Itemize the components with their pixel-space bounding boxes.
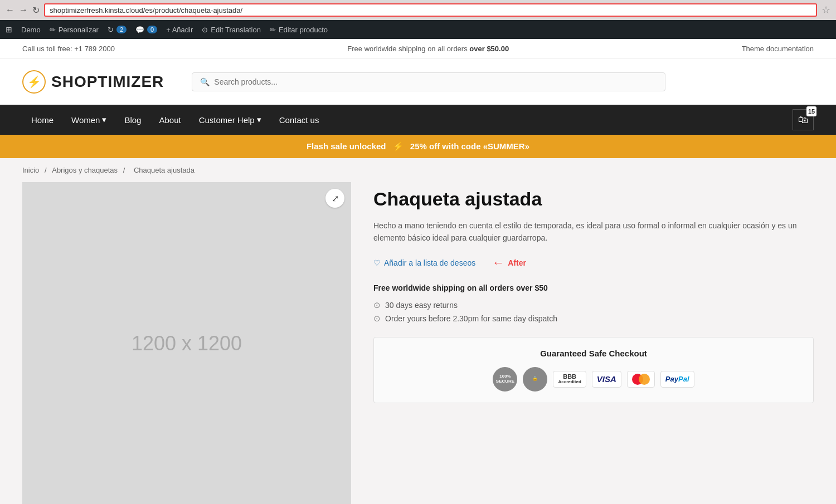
product-container: 1200 x 1200 ⤢ Chaqueta ajustada Hecho a … [0,182,836,504]
browser-nav-icons: ← → ↻ [6,5,40,16]
admin-edit-product[interactable]: ✏ Editar producto [270,26,328,34]
chevron-down-icon: ▾ [257,115,261,125]
seal-lock-badge: 🔒 [523,367,547,392]
logo-icon: ⚡ [22,70,46,94]
mastercard-payment-icon [627,371,655,388]
cart-icon[interactable]: 🛍 15 [793,109,814,130]
browser-url-bar: ← → ↻ ☆ [0,0,836,20]
expand-icon: ⤢ [332,193,339,204]
admin-demo-label: Demo [21,26,41,34]
svg-point-1 [639,374,650,385]
shipping-amount: over $50.00 [469,45,509,53]
admin-personalizar-label: Personalizar [59,26,99,34]
logo[interactable]: ⚡ SHOPTIMIZER [22,70,164,94]
paypal-payment-icon: PayPal [660,371,694,388]
updates-badge: 2 [116,26,127,33]
shipping-text: Free worldwide shipping on all orders ov… [347,45,509,53]
checkout-title: Guaranteed Safe Checkout [385,349,802,358]
admin-edit-translation[interactable]: ⊙ Edit Translation [202,26,261,34]
admin-bar: ⊞ Demo ✏ Personalizar ↻ 2 💬 0 + Añadir ⊙… [0,20,836,39]
admin-edit-product-label: Editar producto [279,26,328,34]
docs-link[interactable]: Theme documentation [742,45,814,53]
shipping-feature: Free worldwide shipping on all orders ov… [373,283,814,292]
comments-badge: 0 [147,26,157,33]
bookmark-icon[interactable]: ☆ [822,4,830,16]
breadcrumb-sep2: / [123,166,127,174]
nav-link-contact[interactable]: Contact us [270,105,328,135]
product-image: 1200 x 1200 ⤢ [22,182,351,504]
translation-icon: ⊙ [202,26,208,34]
refresh-icon[interactable]: ↻ [32,5,40,16]
bbb-badge: BBB Accredited [553,371,586,388]
edit-icon: ✏ [270,26,276,34]
wishlist-text: Añadir a la lista de deseos [384,258,475,267]
chevron-down-icon: ▾ [102,115,106,125]
payment-icons: 100%SECURE 🔒 BBB Accredited VISA PayPal [385,367,802,392]
admin-comments[interactable]: 💬 0 [135,26,157,34]
nav-item-customer-help[interactable]: Customer Help ▾ [190,105,270,135]
feature-list: ⊙ 30 days easy returns ⊙ Order yours bef… [373,300,814,324]
wp-logo-icon: ⊞ [6,25,12,34]
flash-banner: Flash sale unlocked ⚡ 25% off with code … [0,135,836,158]
checkout-box: Guaranteed Safe Checkout 100%SECURE 🔒 BB… [373,337,814,403]
product-description: Hecho a mano teniendo en cuenta el estil… [373,219,814,244]
nav-item-home[interactable]: Home [22,105,62,135]
breadcrumb-home[interactable]: Inicio [22,166,39,174]
feature-returns: ⊙ 30 days easy returns [373,300,814,310]
wishlist-link[interactable]: ♡ Añadir a la lista de deseos [373,258,475,267]
breadcrumb-sep1: / [45,166,48,174]
search-input[interactable] [214,77,657,86]
admin-add[interactable]: + Añadir [166,26,193,34]
nav-link-home[interactable]: Home [22,105,62,135]
logo-text: SHOPTIMIZER [51,73,164,91]
refresh-icon: ↻ [108,26,114,34]
flash-text2: 25% off with code «SUMMER» [410,141,529,151]
check-icon: ⊙ [373,300,381,310]
url-input[interactable] [44,3,817,17]
search-bar[interactable]: 🔍 [192,72,665,91]
phone-text: Call us toll free: +1 789 2000 [22,45,115,53]
nav-item-blog[interactable]: Blog [115,105,150,135]
expand-image-button[interactable]: ⤢ [325,189,344,208]
main-nav: Home Women ▾ Blog About Customer Help ▾ … [0,105,836,135]
nav-item-about[interactable]: About [150,105,189,135]
breadcrumb: Inicio / Abrigos y chaquetas / Chaqueta … [0,158,836,182]
admin-personalizar[interactable]: ✏ Personalizar [50,26,99,34]
feature-dispatch: ⊙ Order yours before 2.30pm for same day… [373,314,814,324]
breadcrumb-current: Chaqueta ajustada [134,166,195,174]
admin-demo[interactable]: Demo [21,26,41,34]
nav-item-contact[interactable]: Contact us [270,105,328,135]
admin-edit-translation-label: Edit Translation [211,26,261,34]
product-info: Chaqueta ajustada Hecho a mano teniendo … [373,182,814,403]
admin-wp-icon[interactable]: ⊞ [6,25,12,34]
back-icon[interactable]: ← [6,5,14,15]
visa-payment-icon: VISA [592,371,621,388]
forward-icon[interactable]: → [19,5,28,15]
breadcrumb-category[interactable]: Abrigos y chaquetas [52,166,118,174]
image-placeholder: 1200 x 1200 [132,332,242,355]
flash-icon: ⚡ [393,141,404,151]
arrow-icon: ← [492,256,504,270]
nav-items: Home Women ▾ Blog About Customer Help ▾ … [22,105,328,135]
heart-icon: ♡ [373,258,381,267]
seal-100-badge: 100%SECURE [493,367,517,392]
wishlist-row: ♡ Añadir a la lista de deseos ← After [373,256,814,270]
site-header: ⚡ SHOPTIMIZER 🔍 [0,59,836,105]
after-label: ← After [492,256,526,270]
admin-updates[interactable]: ↻ 2 [108,26,127,34]
comment-icon: 💬 [135,26,144,34]
search-icon: 🔍 [200,77,210,86]
nav-link-women[interactable]: Women ▾ [62,105,115,135]
admin-add-label: + Añadir [166,26,193,34]
nav-link-about[interactable]: About [150,105,189,135]
product-title: Chaqueta ajustada [373,188,814,211]
cart-badge: 15 [806,106,816,116]
nav-link-customer-help[interactable]: Customer Help ▾ [190,105,270,135]
pencil-icon: ✏ [50,26,56,34]
nav-link-blog[interactable]: Blog [115,105,150,135]
nav-item-women[interactable]: Women ▾ [62,105,115,135]
check-icon: ⊙ [373,314,381,324]
top-info-bar: Call us toll free: +1 789 2000 Free worl… [0,39,836,59]
flash-text1: Flash sale unlocked [307,141,386,151]
